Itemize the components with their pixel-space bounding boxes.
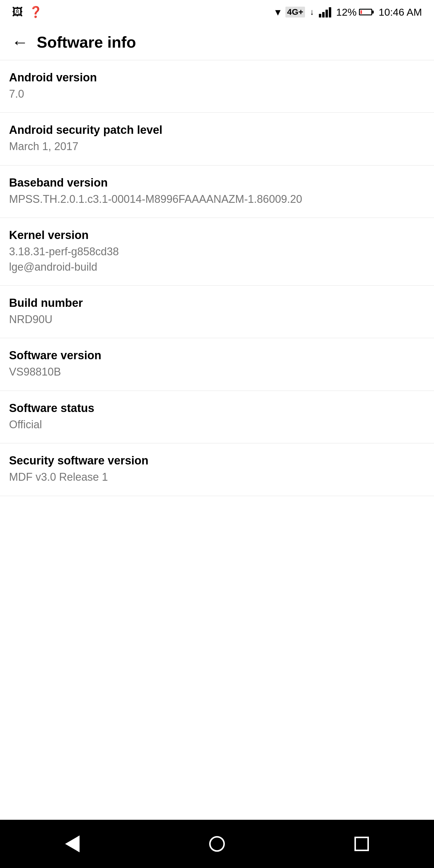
back-triangle-icon: [65, 835, 80, 852]
status-bar-right-icons: ▾ 4G+ ↓ 12% 10:46 AM: [275, 6, 422, 19]
info-item: Android security patch levelMarch 1, 201…: [0, 113, 434, 165]
wifi-icon: ▾: [275, 6, 281, 19]
info-label: Android security patch level: [9, 124, 425, 136]
info-value: 3.18.31-perf-g858cd38 lge@android-build: [9, 244, 425, 275]
info-item: Android version7.0: [0, 60, 434, 113]
question-icon: ❓: [29, 6, 42, 19]
battery-icon: 12%: [336, 6, 374, 18]
info-item: Software versionVS98810B: [0, 338, 434, 391]
lte-badge: 4G+: [285, 7, 305, 18]
info-label: Software status: [9, 402, 425, 415]
back-button[interactable]: ←: [9, 31, 31, 53]
nav-back-button[interactable]: [54, 826, 90, 862]
nav-home-button[interactable]: [199, 826, 235, 862]
signal-bar-3: [326, 10, 328, 18]
info-value: Official: [9, 417, 425, 432]
info-item: Build numberNRD90U: [0, 286, 434, 338]
info-item: Software statusOfficial: [0, 391, 434, 443]
download-arrow-icon: ↓: [310, 7, 314, 17]
signal-bar-1: [319, 14, 321, 18]
battery-fill: [361, 10, 362, 14]
info-item: Kernel version3.18.31-perf-g858cd38 lge@…: [0, 218, 434, 286]
status-bar: 🖼 ❓ ▾ 4G+ ↓ 12% 10:46 AM: [0, 0, 434, 24]
info-label: Kernel version: [9, 229, 425, 242]
nav-bar: [0, 820, 434, 868]
image-icon: 🖼: [12, 6, 23, 19]
info-item: Baseband versionMPSS.TH.2.0.1.c3.1-00014…: [0, 165, 434, 218]
battery-percentage: 12%: [336, 6, 356, 18]
back-arrow-icon: ←: [11, 32, 28, 52]
signal-bar-4: [329, 7, 331, 18]
info-value: MDF v3.0 Release 1: [9, 470, 425, 485]
page-title: Software info: [37, 33, 136, 51]
info-value: 7.0: [9, 87, 425, 101]
nav-recents-button[interactable]: [344, 826, 380, 862]
info-value: MPSS.TH.2.0.1.c3.1-00014-M8996FAAAANAZM-…: [9, 192, 425, 207]
info-label: Build number: [9, 297, 425, 310]
battery-outline: [359, 9, 374, 16]
recents-square-icon: [354, 837, 369, 851]
battery-body: [359, 9, 372, 16]
info-value: VS98810B: [9, 364, 425, 379]
content-area: Android version7.0Android security patch…: [0, 60, 434, 820]
battery-tip: [372, 10, 374, 13]
info-item: Security software versionMDF v3.0 Releas…: [0, 443, 434, 496]
info-value: NRD90U: [9, 312, 425, 327]
home-circle-icon: [209, 836, 225, 852]
info-label: Security software version: [9, 454, 425, 467]
signal-bar-2: [322, 12, 324, 18]
info-label: Android version: [9, 71, 425, 84]
info-value: March 1, 2017: [9, 139, 425, 154]
clock: 10:46 AM: [378, 6, 422, 18]
info-label: Software version: [9, 349, 425, 362]
toolbar: ← Software info: [0, 24, 434, 60]
info-label: Baseband version: [9, 176, 425, 189]
signal-bars-icon: [319, 7, 331, 18]
status-bar-left-icons: 🖼 ❓: [12, 6, 42, 19]
